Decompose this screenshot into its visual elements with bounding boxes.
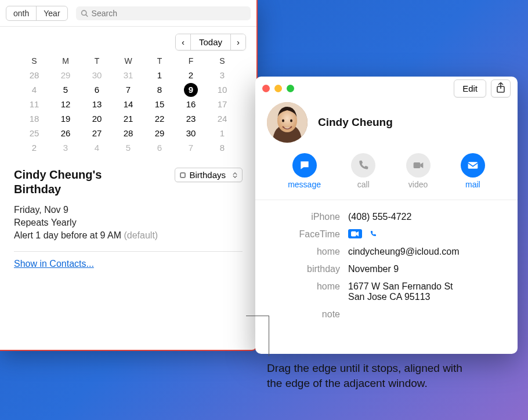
caption-text: Drag the edge until it stops, aligned wi… (267, 361, 464, 390)
date-cell[interactable]: 26 (50, 126, 81, 140)
message-action[interactable]: message (288, 153, 321, 189)
chevron-left-icon: ‹ (182, 37, 185, 47)
date-cell[interactable]: 27 (81, 126, 113, 140)
date-cell[interactable]: 30 (81, 68, 113, 82)
prev-button[interactable]: ‹ (176, 34, 191, 50)
date-cell[interactable]: 17 (207, 97, 238, 111)
search-input[interactable] (92, 9, 246, 18)
date-cell[interactable]: 4 (81, 140, 113, 155)
date-cell[interactable]: 8 (144, 82, 175, 97)
date-cell[interactable]: 15 (144, 97, 175, 111)
view-year[interactable]: Year (37, 6, 67, 20)
date-cell[interactable]: 7 (113, 82, 144, 97)
next-button[interactable]: › (231, 34, 245, 50)
view-month[interactable]: onth (6, 6, 37, 20)
date-cell[interactable]: 28 (19, 68, 50, 82)
show-in-contacts-link[interactable]: Show in Contacts... (14, 259, 94, 269)
date-cell[interactable]: 18 (19, 111, 50, 126)
mail-icon (467, 160, 479, 171)
date-cell[interactable]: 24 (207, 111, 238, 126)
chevron-right-icon: › (237, 37, 240, 47)
facetime-video-button[interactable] (348, 229, 362, 238)
share-button[interactable] (491, 79, 511, 97)
divider (14, 251, 243, 252)
edit-button[interactable]: Edit (454, 79, 486, 97)
message-icon (299, 160, 310, 171)
date-cell[interactable]: 29 (50, 68, 81, 82)
date-cell[interactable]: 6 (81, 82, 113, 97)
field-label: home (267, 247, 348, 257)
share-icon (496, 82, 505, 93)
date-cell[interactable]: 20 (81, 111, 113, 126)
svg-rect-8 (468, 162, 478, 169)
mini-calendar: S M T W T F S 28 29 30 31 1 2 3 4 5 6 7 … (0, 54, 256, 161)
event-calendar-select[interactable]: Birthdays (175, 168, 243, 182)
date-cell-selected[interactable]: 9 (175, 82, 207, 97)
date-cell[interactable]: 1 (207, 126, 238, 140)
video-action[interactable]: video (406, 153, 431, 189)
video-icon (351, 230, 359, 237)
contacts-window: Edit Cindy Cheung message (255, 77, 518, 354)
date-cell[interactable]: 22 (144, 111, 175, 126)
date-cell[interactable]: 21 (113, 111, 144, 126)
minimize-window-button[interactable] (274, 85, 282, 92)
field-facetime: FaceTime (255, 226, 518, 243)
dates-grid: 28 29 30 31 1 2 3 4 5 6 7 8 9 10 11 12 1… (19, 68, 238, 155)
date-cell[interactable]: 6 (144, 140, 175, 155)
date-cell[interactable]: 31 (113, 68, 144, 82)
view-segment[interactable]: onth Year (6, 6, 68, 21)
window-titlebar: Edit (255, 77, 518, 100)
today-button[interactable]: Today (191, 34, 231, 50)
date-cell[interactable]: 5 (50, 82, 81, 97)
field-label: birthday (267, 264, 348, 274)
action-row: message call video mail (255, 149, 518, 200)
date-cell[interactable]: 5 (113, 140, 144, 155)
field-iphone: iPhone (408) 555-4722 (255, 208, 518, 226)
call-action[interactable]: call (351, 153, 375, 189)
callout-leader-line (246, 316, 269, 316)
date-cell[interactable]: 13 (81, 97, 113, 111)
date-cell[interactable]: 25 (19, 126, 50, 140)
date-cell[interactable]: 14 (113, 97, 144, 111)
day-of-week-row: S M T W T F S (19, 56, 238, 66)
avatar[interactable] (267, 102, 308, 143)
svg-point-6 (290, 120, 292, 122)
date-cell[interactable]: 1 (144, 68, 175, 82)
zoom-window-button[interactable] (287, 85, 294, 92)
facetime-audio-button[interactable] (368, 229, 378, 238)
date-cell[interactable]: 12 (50, 97, 81, 111)
date-cell[interactable]: 28 (113, 126, 144, 140)
contact-name: Cindy Cheung (318, 116, 393, 129)
date-cell[interactable]: 30 (175, 126, 207, 140)
field-value[interactable]: (408) 555-4722 (348, 212, 411, 222)
field-value[interactable]: 1677 W San Fernando St San Jose CA 95113 (348, 281, 453, 302)
field-label: note (267, 309, 348, 320)
calendar-nav: ‹ Today › (0, 27, 256, 54)
date-cell[interactable]: 23 (175, 111, 207, 126)
date-cell[interactable]: 2 (19, 140, 50, 155)
field-value[interactable]: cindycheung9@icloud.com (348, 247, 459, 257)
date-cell[interactable]: 16 (175, 97, 207, 111)
close-window-button[interactable] (262, 85, 270, 92)
field-value: November 9 (348, 264, 399, 274)
phone-icon (357, 160, 369, 171)
field-home-email: home cindycheung9@icloud.com (255, 243, 518, 260)
video-icon (413, 160, 424, 171)
search-field[interactable] (76, 6, 251, 20)
date-cell[interactable]: 29 (144, 126, 175, 140)
mail-action[interactable]: mail (461, 153, 485, 189)
date-cell[interactable]: 3 (50, 140, 81, 155)
phone-icon (369, 230, 377, 237)
date-cell[interactable]: 10 (207, 82, 238, 97)
date-cell[interactable]: 7 (175, 140, 207, 155)
field-note: note (255, 306, 518, 323)
date-cell[interactable]: 19 (50, 111, 81, 126)
date-cell[interactable]: 11 (19, 97, 50, 111)
search-icon (81, 9, 88, 17)
field-label: home (267, 281, 348, 302)
date-cell[interactable]: 2 (175, 68, 207, 82)
date-cell[interactable]: 3 (207, 68, 238, 82)
date-cell[interactable]: 8 (207, 140, 238, 155)
date-cell[interactable]: 4 (19, 82, 50, 97)
svg-point-0 (81, 10, 86, 15)
